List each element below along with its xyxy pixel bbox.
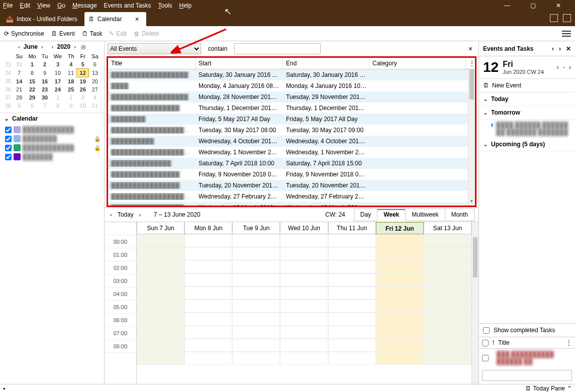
- calendar-checkbox[interactable]: [5, 154, 12, 160]
- column-picker-icon[interactable]: ⋮: [466, 58, 475, 69]
- today-target-icon[interactable]: ◎: [79, 44, 87, 50]
- col-start[interactable]: Start: [196, 58, 283, 69]
- day-cell[interactable]: [137, 339, 184, 352]
- date-prev-icon[interactable]: ‹: [557, 64, 559, 71]
- rc-close-icon[interactable]: ✕: [566, 45, 571, 52]
- day-cell[interactable]: [376, 339, 424, 352]
- day-cell[interactable]: [232, 300, 280, 313]
- events-scrollbar[interactable]: ▴ ▾: [468, 69, 475, 206]
- clear-search-icon[interactable]: ×: [465, 45, 475, 53]
- today-pane-toggle[interactable]: 🗓 Today Pane ⌃: [525, 385, 572, 392]
- day-cell[interactable]: [328, 339, 376, 352]
- day-cell[interactable]: [232, 234, 280, 247]
- tasks-title-col[interactable]: Title: [498, 339, 562, 346]
- calendar-checkbox[interactable]: [5, 127, 12, 133]
- date-next-icon[interactable]: ›: [569, 64, 571, 71]
- day-cell[interactable]: [328, 260, 376, 273]
- day-cell[interactable]: [184, 286, 232, 300]
- calendar-list-item[interactable]: ████████████: [2, 125, 104, 134]
- month-next-icon[interactable]: ›: [40, 44, 45, 50]
- new-event-button[interactable]: 🗓Event: [51, 30, 75, 37]
- task-checkbox[interactable]: [482, 355, 489, 361]
- day-cell[interactable]: [137, 273, 184, 286]
- day-cell[interactable]: [424, 300, 471, 313]
- day-header[interactable]: Fri 12 Jun: [376, 222, 424, 234]
- menu-help[interactable]: Help: [179, 2, 191, 9]
- day-header[interactable]: Sun 7 Jun: [137, 222, 184, 234]
- day-cell[interactable]: [424, 352, 471, 365]
- day-cell[interactable]: [232, 339, 280, 352]
- day-cell[interactable]: [232, 273, 280, 286]
- day-header[interactable]: Wed 10 Jun: [280, 222, 328, 234]
- tab-close-icon[interactable]: ×: [135, 15, 139, 23]
- day-cell[interactable]: [376, 352, 424, 365]
- day-cell[interactable]: [328, 247, 376, 260]
- rc-prev-icon[interactable]: ‹: [552, 45, 554, 52]
- day-cell[interactable]: [184, 339, 232, 352]
- calendar-list-item[interactable]: ███████: [2, 152, 104, 161]
- menu-view[interactable]: View: [37, 2, 50, 9]
- day-header[interactable]: Thu 11 Jun: [328, 222, 376, 234]
- date-today-icon[interactable]: ◦: [563, 64, 565, 71]
- minicalendar[interactable]: SuMoTuWeThFrSa23311234562478910111213251…: [0, 52, 104, 113]
- day-cell[interactable]: [137, 286, 184, 300]
- day-cell[interactable]: [137, 247, 184, 260]
- day-cell[interactable]: [280, 286, 328, 300]
- tomorrow-event-item[interactable]: ████ ██████ ██████ ██ ███████ ███████: [479, 120, 575, 138]
- event-row[interactable]: ██████████████████████ Wednesday, 27 Feb…: [108, 191, 475, 202]
- day-cell[interactable]: [232, 326, 280, 339]
- view-week[interactable]: Week: [377, 209, 406, 221]
- day-cell[interactable]: [232, 247, 280, 260]
- event-row[interactable]: ██████████████████ Saturday, 30 January …: [108, 69, 475, 80]
- event-row[interactable]: ██████████████████ Monday, 28 November 2…: [108, 91, 475, 103]
- day-cell[interactable]: [328, 286, 376, 300]
- menu-file[interactable]: FFileile: [3, 2, 13, 9]
- day-cell[interactable]: [232, 313, 280, 326]
- day-cell[interactable]: [232, 352, 280, 365]
- day-cell[interactable]: [184, 273, 232, 286]
- day-cell[interactable]: [137, 352, 184, 365]
- view-day[interactable]: Day: [354, 209, 377, 221]
- day-cell[interactable]: [232, 286, 280, 300]
- year-prev-icon[interactable]: ‹: [50, 44, 55, 50]
- menu-events-tasks[interactable]: Events and Tasks: [104, 2, 151, 9]
- day-cell[interactable]: [424, 313, 471, 326]
- day-cell[interactable]: [232, 260, 280, 273]
- events-filter-select[interactable]: All Events: [108, 43, 201, 54]
- window-maximize-icon[interactable]: ▢: [530, 2, 536, 9]
- window-close-icon[interactable]: ✕: [556, 2, 561, 9]
- day-cell[interactable]: [137, 326, 184, 339]
- day-cell[interactable]: [137, 260, 184, 273]
- day-cell[interactable]: [184, 352, 232, 365]
- events-search-input[interactable]: [234, 43, 321, 54]
- day-header[interactable]: Tue 9 Jun: [232, 222, 280, 234]
- today-button[interactable]: Today: [118, 211, 134, 218]
- event-row[interactable]: ██████████████████████ Wednesday, 1 Nove…: [108, 147, 475, 158]
- sync-button[interactable]: ⟳Synchronise: [4, 30, 44, 37]
- status-left-icon[interactable]: ▪: [3, 385, 5, 392]
- task-row[interactable]: ███ ██████████ ██████ ██: [479, 349, 575, 367]
- calendar-list-item[interactable]: ████████████ 🔒: [2, 143, 104, 152]
- rc-next-icon[interactable]: ›: [559, 45, 561, 52]
- day-cell[interactable]: [376, 234, 424, 247]
- app-menu-button[interactable]: [562, 31, 571, 37]
- day-cell[interactable]: [137, 300, 184, 313]
- section-tomorrow[interactable]: Tomorrow: [479, 106, 575, 120]
- day-cell[interactable]: [376, 247, 424, 260]
- calendar-checkbox[interactable]: [5, 136, 12, 142]
- new-task-button[interactable]: 🗒Task: [82, 30, 103, 37]
- section-today[interactable]: Today: [479, 92, 575, 106]
- calendar-checkbox[interactable]: [5, 145, 12, 151]
- day-cell[interactable]: [376, 326, 424, 339]
- header-calendar-icon[interactable]: [550, 14, 558, 22]
- year-next-icon[interactable]: ›: [72, 44, 77, 50]
- day-cell[interactable]: [424, 247, 471, 260]
- day-cell[interactable]: [184, 326, 232, 339]
- day-cell[interactable]: [376, 313, 424, 326]
- event-row[interactable]: ██████████████████████ Tuesday, 30 May 2…: [108, 125, 475, 136]
- event-row[interactable]: ██████████ Wednesday, 4 October 2017 0..…: [108, 136, 475, 147]
- day-cell[interactable]: [328, 234, 376, 247]
- day-cell[interactable]: [328, 300, 376, 313]
- scroll-thumb[interactable]: [469, 69, 474, 100]
- weekgrid-scrollbar[interactable]: [471, 222, 478, 384]
